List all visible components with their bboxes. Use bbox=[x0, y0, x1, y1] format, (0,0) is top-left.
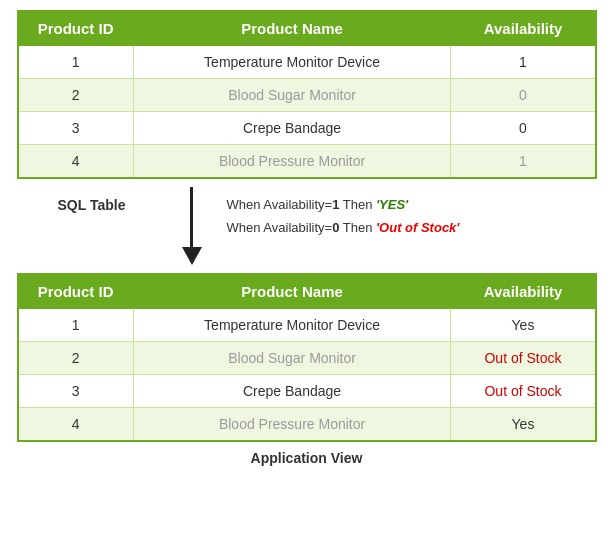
top-col-name: Product Name bbox=[133, 11, 451, 46]
table-row: 1Temperature Monitor DeviceYes bbox=[18, 309, 596, 342]
cell-name: Crepe Bandage bbox=[133, 112, 451, 145]
cell-id: 1 bbox=[18, 46, 134, 79]
cell-name: Crepe Bandage bbox=[133, 375, 451, 408]
table-row: 3Crepe BandageOut of Stock bbox=[18, 375, 596, 408]
cell-avail: 0 bbox=[451, 79, 596, 112]
cell-name: Blood Sugar Monitor bbox=[133, 79, 451, 112]
table-row: 4Blood Pressure Monitor1 bbox=[18, 145, 596, 179]
top-col-id: Product ID bbox=[18, 11, 134, 46]
middle-section: SQL Table When Availability=1 Then 'YES'… bbox=[17, 187, 597, 265]
table-row: 2Blood Sugar Monitor0 bbox=[18, 79, 596, 112]
cell-id: 3 bbox=[18, 112, 134, 145]
cell-id: 3 bbox=[18, 375, 134, 408]
bot-col-name: Product Name bbox=[133, 274, 451, 309]
cell-avail: 0 bbox=[451, 112, 596, 145]
cell-avail: Out of Stock bbox=[451, 342, 596, 375]
app-view-label: Application View bbox=[17, 450, 597, 466]
table-row: 3Crepe Bandage0 bbox=[18, 112, 596, 145]
cell-id: 4 bbox=[18, 145, 134, 179]
cell-avail: Yes bbox=[451, 309, 596, 342]
cell-name: Blood Pressure Monitor bbox=[133, 408, 451, 442]
cell-id: 2 bbox=[18, 342, 134, 375]
cell-avail: Out of Stock bbox=[451, 375, 596, 408]
cell-name: Blood Pressure Monitor bbox=[133, 145, 451, 179]
app-table: Product ID Product Name Availability 1Te… bbox=[17, 273, 597, 442]
cell-id: 1 bbox=[18, 309, 134, 342]
cell-avail: Yes bbox=[451, 408, 596, 442]
cell-id: 2 bbox=[18, 79, 134, 112]
top-table-container: Product ID Product Name Availability 1Te… bbox=[17, 10, 597, 179]
condition-line-2: When Availability=0 Then 'Out of Stock' bbox=[227, 216, 597, 239]
bot-col-id: Product ID bbox=[18, 274, 134, 309]
arrow-head bbox=[182, 247, 202, 265]
table-row: 2Blood Sugar MonitorOut of Stock bbox=[18, 342, 596, 375]
arrow-line bbox=[190, 187, 193, 247]
arrow-section bbox=[167, 187, 217, 265]
cell-name: Temperature Monitor Device bbox=[133, 309, 451, 342]
cell-name: Temperature Monitor Device bbox=[133, 46, 451, 79]
condition-box: When Availability=1 Then 'YES' When Avai… bbox=[217, 187, 597, 240]
cell-avail: 1 bbox=[451, 46, 596, 79]
condition-line-1: When Availability=1 Then 'YES' bbox=[227, 193, 597, 216]
cell-id: 4 bbox=[18, 408, 134, 442]
cell-avail: 1 bbox=[451, 145, 596, 179]
sql-label: SQL Table bbox=[17, 187, 167, 213]
bottom-table-container: Product ID Product Name Availability 1Te… bbox=[17, 273, 597, 442]
table-row: 1Temperature Monitor Device1 bbox=[18, 46, 596, 79]
cell-name: Blood Sugar Monitor bbox=[133, 342, 451, 375]
bot-col-avail: Availability bbox=[451, 274, 596, 309]
table-row: 4Blood Pressure MonitorYes bbox=[18, 408, 596, 442]
top-col-avail: Availability bbox=[451, 11, 596, 46]
sql-table: Product ID Product Name Availability 1Te… bbox=[17, 10, 597, 179]
